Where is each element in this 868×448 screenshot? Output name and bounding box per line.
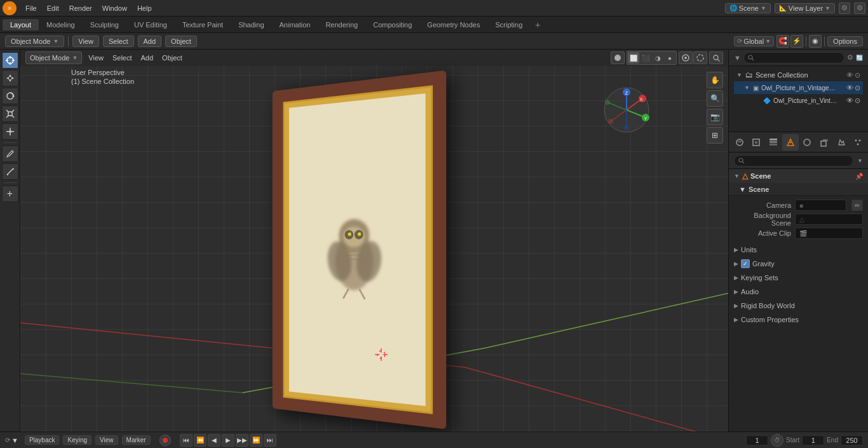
tab-uv-editing[interactable]: UV Editing [126, 19, 175, 31]
play-back-btn[interactable]: ◀ [208, 434, 220, 447]
outliner-filter-btn[interactable]: ⚙ [847, 53, 853, 62]
shading-material[interactable]: ◑ [652, 52, 663, 64]
camera-value[interactable]: ■ [795, 200, 846, 211]
snap-options-btn[interactable]: ⚡ [790, 35, 803, 48]
add-obj-btn[interactable]: + [2, 186, 18, 202]
view-layer-settings-btn[interactable]: ⚙ [854, 3, 865, 14]
viewport-add-menu[interactable]: Add [139, 53, 156, 62]
tab-modeling[interactable]: Modeling [39, 19, 83, 31]
measure-tool-btn[interactable] [2, 163, 18, 180]
background-scene-value[interactable]: △ [795, 214, 863, 225]
overlay-btn[interactable] [679, 51, 693, 64]
viewport-object-menu[interactable]: Object [159, 53, 185, 62]
rigid-body-section[interactable]: ▶ Rigid Body World [729, 299, 868, 313]
add-menu[interactable]: Add [138, 36, 162, 47]
render-props-btn[interactable] [731, 134, 748, 151]
viewport-search-btn[interactable] [709, 51, 723, 64]
viewport-3d[interactable]: Object Mode ▼ View Select Add Object ⬜ ⬛… [20, 50, 728, 431]
tab-texture-paint[interactable]: Texture Paint [175, 19, 231, 31]
world-props-btn[interactable] [799, 134, 816, 151]
start-frame-input[interactable]: 1 [802, 435, 824, 445]
playback-btn[interactable]: Playback [25, 435, 60, 445]
menu-help[interactable]: Help [132, 3, 157, 13]
shading-solid[interactable]: ⬛ [640, 52, 651, 64]
rotate-tool-btn[interactable] [2, 88, 18, 104]
modifier-props-btn[interactable] [833, 134, 850, 151]
outliner-filter-icon[interactable]: ▼ [734, 54, 741, 62]
shading-rendered[interactable]: ● [664, 52, 675, 64]
scene-section-header[interactable]: ▼ △ Scene 📌 [729, 169, 868, 183]
scene-props-btn[interactable] [782, 134, 799, 151]
xray-btn[interactable] [693, 51, 707, 64]
frame-all-btn[interactable]: ⊞ [707, 127, 723, 144]
units-section[interactable]: ▶ Units [729, 243, 868, 257]
marker-btn[interactable]: Marker [122, 435, 151, 445]
proportional-edit-btn[interactable]: ◉ [809, 35, 822, 48]
prev-keyframe-btn[interactable]: ⏪ [194, 434, 207, 447]
transform-tool-btn[interactable] [2, 123, 18, 140]
output-props-btn[interactable] [749, 134, 765, 151]
end-frame-input[interactable]: 250 [841, 435, 863, 445]
view-menu[interactable]: View [72, 36, 99, 47]
tab-scripting[interactable]: Scripting [487, 19, 530, 31]
gravity-section[interactable]: ▶ ✓ Gravity [729, 257, 868, 271]
scene-subpanel-header[interactable]: ▼ Scene [729, 183, 868, 196]
active-clip-value[interactable]: 🎬 [795, 227, 863, 239]
viewport-view-menu[interactable]: View [86, 53, 106, 62]
shading-wireframe[interactable]: ⬜ [628, 52, 639, 64]
next-keyframe-btn[interactable]: ⏩ [250, 434, 262, 447]
menu-file[interactable]: File [20, 3, 42, 13]
select-menu[interactable]: Select [103, 36, 134, 47]
audio-section[interactable]: ▶ Audio [729, 285, 868, 299]
tab-add-btn[interactable]: + [530, 18, 545, 32]
zoom-in-btn[interactable]: 🔍 [707, 90, 723, 107]
blender-logo[interactable] [3, 1, 17, 15]
tab-rendering[interactable]: Rendering [318, 19, 365, 31]
play-btn[interactable]: ▶ [222, 434, 234, 447]
properties-search-input[interactable] [734, 155, 853, 166]
properties-filter-icon[interactable]: ▼ [857, 158, 863, 164]
menu-window[interactable]: Window [97, 3, 132, 13]
camera-view-btn[interactable]: 📷 [707, 109, 723, 125]
options-btn[interactable]: Options [827, 36, 863, 46]
keying-btn[interactable]: Keying [63, 435, 92, 445]
custom-properties-section[interactable]: ▶ Custom Properties [729, 313, 868, 327]
gravity-checkbox[interactable]: ✓ [741, 259, 750, 268]
object-menu[interactable]: Object [165, 36, 197, 47]
navigation-gizmo[interactable]: X Y Z [601, 85, 652, 135]
annotate-tool-btn[interactable] [2, 146, 18, 162]
outliner-item-1[interactable]: ▶ 🔷 Owl_Picture_in_Vintage_1 👁 ⊙ [734, 94, 863, 107]
menu-edit[interactable]: Edit [42, 3, 64, 13]
menu-render[interactable]: Render [64, 3, 97, 13]
tab-layout[interactable]: Layout [3, 19, 39, 31]
move-tool-btn[interactable] [2, 70, 18, 86]
jump-start-btn[interactable]: ⏮ [180, 434, 193, 447]
object-mode-selector[interactable]: Object Mode ▼ [5, 36, 64, 47]
particles-props-btn[interactable] [850, 134, 866, 151]
outliner-search[interactable] [743, 52, 844, 64]
jump-end-btn[interactable]: ⏭ [264, 434, 276, 447]
cursor-tool-btn[interactable] [2, 52, 18, 69]
camera-eyedropper-btn[interactable]: ✏ [851, 200, 863, 211]
scene-collection-item[interactable]: ▼ 🗂 Scene Collection 👁⊙ [734, 69, 863, 81]
keying-sets-section[interactable]: ▶ Keying Sets [729, 271, 868, 285]
magnet-btn[interactable]: 🧲 [776, 35, 789, 48]
frame-clock-btn[interactable]: ⏱ [771, 434, 783, 447]
tab-shading[interactable]: Shading [231, 19, 271, 31]
viewport-shade-solid-btn[interactable] [611, 51, 625, 64]
view-layer-props-btn[interactable] [765, 134, 782, 151]
record-btn[interactable] [159, 435, 171, 446]
view-btn[interactable]: View [95, 435, 118, 445]
tab-sculpting[interactable]: Sculpting [83, 19, 126, 31]
tab-animation[interactable]: Animation [272, 19, 318, 31]
viewport-select-menu[interactable]: Select [110, 53, 135, 62]
tab-compositing[interactable]: Compositing [365, 19, 419, 31]
outliner-item-0[interactable]: ▼ ▣ Owl_Picture_in_Vintage_Frame 👁 ⊙ [734, 81, 863, 94]
timeline-mode-selector[interactable]: ⟳ ▼ [5, 437, 18, 444]
object-props-btn[interactable] [816, 134, 832, 151]
play-forward-btn[interactable]: ▶▶ [236, 434, 248, 447]
tab-geometry-nodes[interactable]: Geometry Nodes [419, 19, 487, 31]
hand-tool-btn[interactable]: ✋ [707, 72, 723, 88]
scale-tool-btn[interactable] [2, 105, 18, 122]
current-frame-input[interactable]: 1 [746, 435, 768, 445]
